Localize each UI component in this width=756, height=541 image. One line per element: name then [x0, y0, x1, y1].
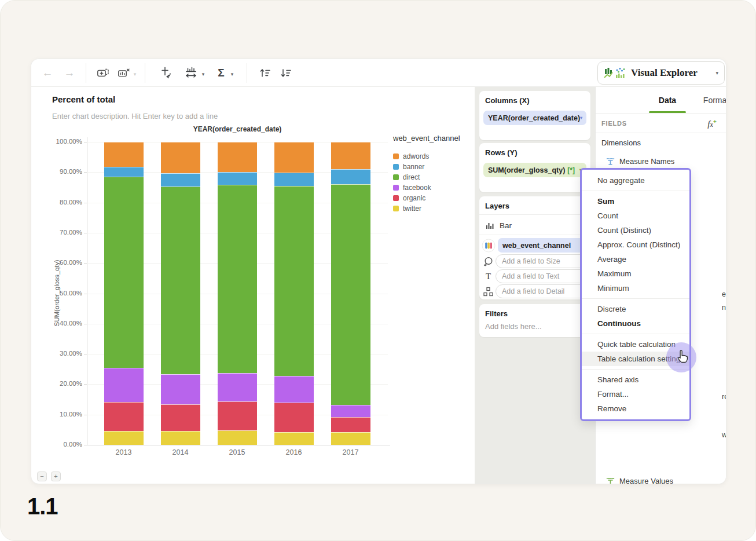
bar-segment-banner[interactable] [331, 169, 370, 184]
menu-item-count[interactable]: Count [582, 209, 689, 223]
menu-item-continuous[interactable]: Continuous [582, 316, 689, 331]
bar-segment-facebook[interactable] [331, 405, 370, 417]
chart-type-caret-icon[interactable]: ▾ [199, 67, 207, 81]
legend-label: adwords [403, 152, 429, 160]
clipped-field-fragment: ne [722, 304, 726, 312]
bar-segment-facebook[interactable] [218, 373, 257, 401]
stacked-bar-2017 [331, 142, 370, 445]
bar-segment-twitter[interactable] [161, 431, 200, 445]
bar-segment-direct[interactable] [218, 185, 257, 373]
duplicate-chart-icon[interactable] [96, 66, 110, 80]
mark-type-row[interactable]: Bar [485, 218, 512, 232]
tab-data[interactable]: Data [648, 87, 687, 113]
bar-segment-organic[interactable] [331, 417, 370, 432]
bar-segment-banner[interactable] [218, 172, 257, 185]
menu-item-discrete[interactable]: Discrete [582, 302, 689, 316]
aggregate-sigma-icon[interactable]: Σ [214, 66, 228, 80]
aggregate-caret-icon[interactable]: ▾ [228, 67, 236, 81]
color-encoding-icon[interactable] [482, 239, 496, 253]
bar-segment-organic[interactable] [104, 402, 144, 432]
menu-item-maximum[interactable]: Maximum [582, 266, 689, 281]
toolbar-divider [86, 63, 86, 83]
columns-shelf: Columns (X) YEAR(order_created_date) ▾ [479, 91, 590, 140]
clipped-field-fragment: e [722, 290, 726, 298]
columns-pill-label: YEAR(order_created_date) [488, 114, 580, 122]
bar-segment-facebook[interactable] [161, 374, 200, 405]
legend-item-twitter[interactable]: twitter [393, 203, 421, 214]
bar-segment-organic[interactable] [161, 404, 200, 431]
bar-segment-twitter[interactable] [274, 432, 314, 445]
bar-segment-adwords[interactable] [104, 142, 144, 167]
legend-swatch [393, 153, 399, 159]
zoom-in-button[interactable]: + [51, 471, 61, 481]
columns-pill-caret-icon[interactable]: ▾ [580, 115, 582, 120]
legend-item-direct[interactable]: direct [393, 172, 420, 182]
page-label: 1.1 [27, 494, 58, 520]
bar-segment-organic[interactable] [274, 403, 314, 432]
bar-segment-organic[interactable] [218, 401, 257, 430]
remove-chart-caret-icon[interactable]: ▾ [131, 67, 139, 81]
menu-item-approx-count-distinct[interactable]: Approx. Count (Distinct) [582, 237, 689, 252]
menu-item-minimum[interactable]: Minimum [582, 281, 689, 295]
y-tick-mark [84, 172, 87, 173]
legend-item-organic[interactable]: organic [393, 193, 425, 203]
bar-segment-twitter[interactable] [331, 432, 370, 445]
fields-header: FIELDS [601, 120, 627, 127]
bar-segment-adwords[interactable] [331, 142, 370, 169]
hand-cursor-icon [675, 349, 690, 364]
back-arrow-icon[interactable]: ← [41, 66, 54, 80]
rows-pill[interactable]: SUM(order_gloss_qty) [*] ▾ [483, 163, 586, 177]
bar-segment-direct[interactable] [104, 177, 144, 368]
bar-segment-adwords[interactable] [161, 142, 200, 173]
chart-description-input[interactable]: Enter chart description. Hit Enter key t… [52, 112, 218, 120]
field-item-measure-values[interactable]: Measure Values [606, 476, 673, 484]
bar-segment-direct[interactable] [331, 184, 370, 405]
bar-segment-twitter[interactable] [104, 431, 144, 445]
legend-item-banner[interactable]: banner [393, 162, 424, 172]
field-item-measure-names[interactable]: Measure Names [606, 156, 674, 166]
stacked-bar-2016 [274, 142, 314, 445]
legend-title: web_event_channel [393, 134, 460, 142]
menu-item-format[interactable]: Format... [582, 387, 689, 401]
menu-item-no-aggregate[interactable]: No aggregate [582, 173, 689, 188]
chart-type-icon[interactable] [184, 65, 198, 79]
bar-segment-banner[interactable] [274, 173, 314, 187]
bar-segment-direct[interactable] [161, 187, 200, 374]
swap-axes-icon[interactable] [160, 65, 174, 79]
app-selector[interactable]: Visual Explorer ▾ [597, 61, 725, 85]
text-field-dropzone[interactable]: Add a field to Text [496, 269, 587, 283]
detail-field-dropzone[interactable]: Add a field to Detail [496, 284, 587, 298]
bar-segment-banner[interactable] [104, 167, 144, 177]
bar-segment-banner[interactable] [161, 173, 200, 187]
menu-item-average[interactable]: Average [582, 252, 689, 266]
bar-segment-facebook[interactable] [104, 368, 144, 402]
menu-item-sum[interactable]: Sum [582, 194, 689, 209]
visual-explorer-logo-icon [604, 66, 626, 80]
bar-segment-adwords[interactable] [218, 142, 257, 172]
bar-segment-twitter[interactable] [218, 430, 257, 445]
forward-arrow-icon[interactable]: → [63, 66, 76, 80]
tab-format[interactable]: Format [695, 87, 726, 113]
menu-item-count-distinct[interactable]: Count (Distinct) [582, 223, 689, 237]
y-tick-mark [84, 445, 87, 445]
sort-descending-icon[interactable] [279, 66, 293, 80]
legend-item-facebook[interactable]: facebook [393, 182, 431, 193]
y-tick-label: 60.00% [44, 259, 82, 266]
columns-pill[interactable]: YEAR(order_created_date) ▾ [483, 111, 586, 125]
menu-item-shared-axis[interactable]: Shared axis [582, 372, 689, 387]
field-label: Measure Names [619, 157, 674, 166]
size-field-dropzone[interactable]: Add a field to Size [496, 254, 587, 268]
menu-divider [582, 298, 689, 299]
bar-segment-adwords[interactable] [274, 142, 314, 173]
menu-item-remove[interactable]: Remove [582, 401, 689, 416]
zoom-out-button[interactable]: − [37, 471, 47, 481]
bar-segment-direct[interactable] [274, 186, 314, 375]
legend-item-adwords[interactable]: adwords [393, 151, 429, 162]
bar-segment-facebook[interactable] [274, 376, 314, 403]
y-tick-mark [84, 324, 87, 324]
sort-ascending-icon[interactable] [258, 66, 272, 80]
remove-chart-icon[interactable] [117, 66, 131, 80]
filters-dropzone[interactable]: Add fields here... [479, 318, 590, 335]
color-pill[interactable]: web_event_channel [498, 238, 589, 253]
add-calculated-field-icon[interactable]: fx+ [707, 118, 717, 129]
